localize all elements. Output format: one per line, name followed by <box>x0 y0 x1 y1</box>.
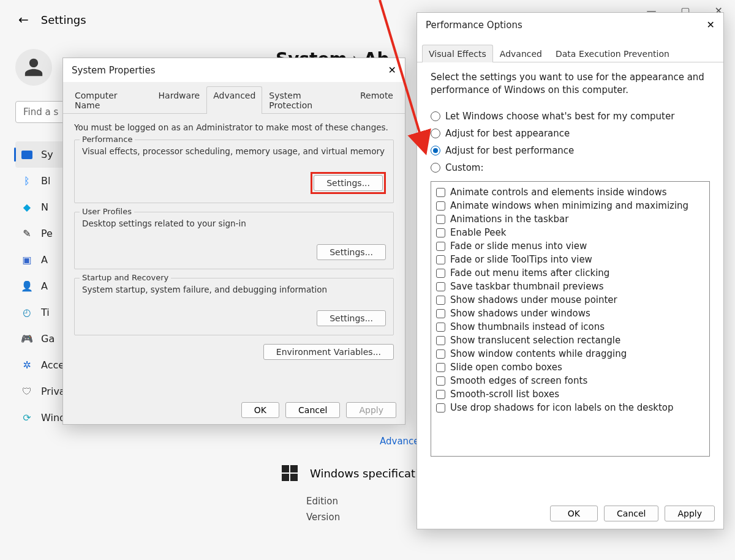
check-label: Fade out menu items after clicking <box>450 267 609 278</box>
nav-label: A <box>41 280 48 292</box>
nav-label: Ga <box>41 333 55 345</box>
check-label: Fade or slide menus into view <box>450 241 587 252</box>
radio-let-windows-choose[interactable]: Let Windows choose what's best for my co… <box>431 108 710 125</box>
nav-label: Bl <box>41 175 50 187</box>
system-icon <box>21 151 32 159</box>
tab-computer-name[interactable]: Computer Name <box>68 86 152 114</box>
check-window-contents-drag[interactable]: Show window contents while dragging <box>434 347 707 360</box>
check-label: Enable Peek <box>450 227 507 238</box>
checkbox-icon <box>436 349 445 359</box>
clock-icon: ◴ <box>21 307 32 318</box>
tab-visual-effects[interactable]: Visual Effects <box>422 45 493 62</box>
startup-desc: System startup, system failure, and debu… <box>82 285 386 294</box>
checkbox-icon <box>436 376 445 386</box>
checkbox-icon <box>436 390 445 399</box>
radio-label: Adjust for best appearance <box>445 128 570 139</box>
tab-remote[interactable]: Remote <box>353 86 400 114</box>
check-drop-shadows-icons[interactable]: Use drop shadows for icon labels on the … <box>434 401 707 414</box>
startup-settings-button[interactable]: Settings... <box>317 310 386 326</box>
search-input[interactable]: Find a s <box>15 101 67 123</box>
account-icon: 👤 <box>21 281 32 292</box>
startup-legend: Startup and Recovery <box>80 273 171 282</box>
cancel-button[interactable]: Cancel <box>604 506 658 521</box>
back-arrow-icon[interactable]: ← <box>18 12 29 27</box>
check-save-thumbnails[interactable]: Save taskbar thumbnail previews <box>434 280 707 293</box>
startup-recovery-fieldset: Startup and Recovery System startup, sys… <box>74 278 394 335</box>
check-label: Show translucent selection rectangle <box>450 335 620 346</box>
highlight-annotation: Settings... <box>311 172 386 194</box>
visual-effects-checklist[interactable]: Animate controls and elements inside win… <box>431 181 710 457</box>
radio-custom[interactable]: Custom: <box>431 159 710 176</box>
nav-label: N <box>41 201 48 213</box>
avatar[interactable] <box>15 49 52 86</box>
check-enable-peek[interactable]: Enable Peek <box>434 226 707 239</box>
checkbox-icon <box>436 296 445 305</box>
apply-button[interactable]: Apply <box>665 506 715 521</box>
nav-label: Sy <box>41 149 53 160</box>
tab-advanced[interactable]: Advanced <box>493 45 549 62</box>
check-label: Animations in the taskbar <box>450 214 568 225</box>
user-profiles-fieldset: User Profiles Desktop settings related t… <box>74 212 394 269</box>
user-profiles-settings-button[interactable]: Settings... <box>317 244 386 260</box>
check-label: Show thumbnails instead of icons <box>450 321 605 332</box>
check-label: Smooth-scroll list boxes <box>450 389 559 400</box>
tab-advanced[interactable]: Advanced <box>206 86 262 114</box>
tab-hardware[interactable]: Hardware <box>152 86 207 114</box>
performance-settings-button[interactable]: Settings... <box>314 175 383 191</box>
performance-fieldset: Performance Visual effects, processor sc… <box>74 140 394 203</box>
nav-label: Pe <box>41 228 53 239</box>
check-animations-taskbar[interactable]: Animations in the taskbar <box>434 212 707 226</box>
apply-button[interactable]: Apply <box>346 402 396 418</box>
dialog-title: Performance Options <box>426 20 522 31</box>
radio-best-appearance[interactable]: Adjust for best appearance <box>431 125 710 142</box>
radio-icon <box>431 129 440 138</box>
check-smooth-fonts[interactable]: Smooth edges of screen fonts <box>434 374 707 387</box>
tab-dep[interactable]: Data Execution Prevention <box>549 45 676 62</box>
update-icon: ⟳ <box>21 413 32 424</box>
brush-icon: ✎ <box>21 228 32 239</box>
check-fade-menu-items[interactable]: Fade out menu items after clicking <box>434 266 707 280</box>
check-label: Animate windows when minimizing and maxi… <box>450 200 688 211</box>
ok-button[interactable]: OK <box>550 506 598 521</box>
checkbox-icon <box>436 403 445 413</box>
radio-icon <box>431 111 440 121</box>
radio-best-performance[interactable]: Adjust for best performance <box>431 142 710 159</box>
accessibility-icon: ✲ <box>21 360 32 371</box>
check-label: Slide open combo boxes <box>450 362 562 373</box>
version-label: Version <box>306 512 368 523</box>
check-slide-combo[interactable]: Slide open combo boxes <box>434 360 707 374</box>
environment-variables-button[interactable]: Environment Variables... <box>263 344 394 360</box>
checkbox-icon <box>436 336 445 345</box>
ok-button[interactable]: OK <box>241 402 279 418</box>
admin-note: You must be logged on as an Administrato… <box>74 122 394 132</box>
performance-legend: Performance <box>80 135 135 144</box>
cancel-button[interactable]: Cancel <box>285 402 340 418</box>
spec-header-label: Windows specificatio <box>310 467 425 480</box>
radio-icon <box>431 146 440 155</box>
check-smooth-scroll[interactable]: Smooth-scroll list boxes <box>434 387 707 401</box>
check-fade-menus[interactable]: Fade or slide menus into view <box>434 239 707 253</box>
checkbox-icon <box>436 363 445 372</box>
wifi-icon: ◆ <box>21 202 32 213</box>
checkbox-icon <box>436 188 445 197</box>
close-icon[interactable]: ✕ <box>388 64 396 76</box>
check-thumbnails-icons[interactable]: Show thumbnails instead of icons <box>434 320 707 334</box>
tab-system-protection[interactable]: System Protection <box>262 86 353 114</box>
check-fade-tooltips[interactable]: Fade or slide ToolTips into view <box>434 253 707 266</box>
performance-options-dialog: Performance Options ✕ Visual Effects Adv… <box>417 12 724 529</box>
checkbox-icon <box>436 255 445 264</box>
shield-icon: 🛡 <box>21 386 32 397</box>
check-animate-controls[interactable]: Animate controls and elements inside win… <box>434 185 707 199</box>
close-icon[interactable]: ✕ <box>707 19 715 31</box>
check-label: Show window contents while dragging <box>450 348 627 359</box>
check-animate-windows[interactable]: Animate windows when minimizing and maxi… <box>434 199 707 212</box>
radio-label: Custom: <box>445 162 484 173</box>
nav-label: Ti <box>41 307 50 318</box>
check-shadows-pointer[interactable]: Show shadows under mouse pointer <box>434 293 707 307</box>
check-shadows-windows[interactable]: Show shadows under windows <box>434 307 707 320</box>
checkbox-icon <box>436 242 445 251</box>
perfopt-tabs: Visual Effects Advanced Data Execution P… <box>417 37 723 62</box>
check-translucent-selection[interactable]: Show translucent selection rectangle <box>434 334 707 347</box>
checkbox-icon <box>436 215 445 224</box>
gaming-icon: 🎮 <box>21 334 32 345</box>
